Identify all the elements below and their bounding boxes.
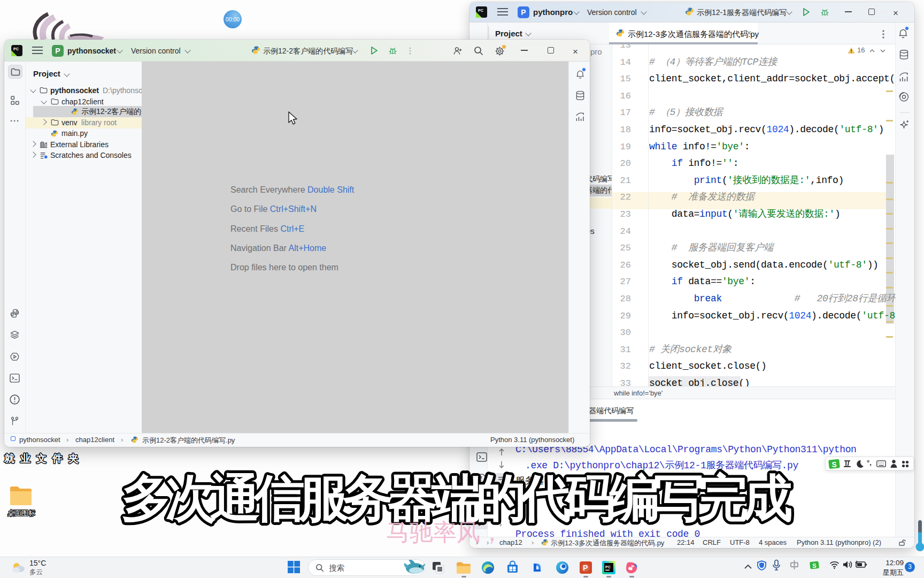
svg-text:就业文件夹: 就业文件夹 [4, 453, 84, 464]
svg-text:S: S [831, 461, 836, 469]
svg-text:PC: PC [13, 47, 19, 51]
svg-text:P: P [583, 564, 588, 572]
svg-text:S: S [812, 562, 817, 569]
svg-text:PC: PC [605, 565, 611, 569]
svg-text:PC: PC [478, 9, 483, 12]
svg-text:桌面图标: 桌面图标 [7, 509, 35, 517]
